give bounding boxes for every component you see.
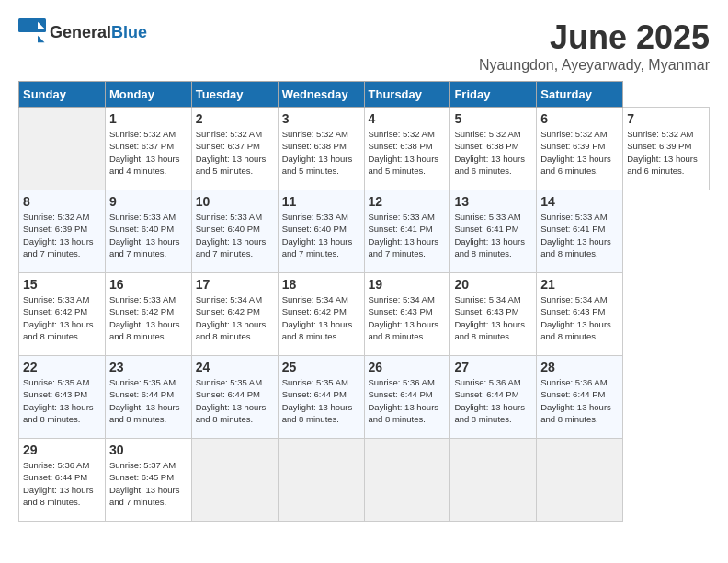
day-number: 3 xyxy=(282,111,360,126)
calendar-cell: 22Sunrise: 5:35 AMSunset: 6:43 PMDayligh… xyxy=(19,356,106,439)
logo-text: GeneralBlue xyxy=(50,23,147,42)
header-row: SundayMondayTuesdayWednesdayThursdayFrid… xyxy=(19,82,710,108)
week-row-5: 29Sunrise: 5:36 AMSunset: 6:44 PMDayligh… xyxy=(19,439,710,522)
day-info: Sunrise: 5:34 AMSunset: 6:42 PMDaylight:… xyxy=(282,293,360,342)
day-info: Sunrise: 5:32 AMSunset: 6:39 PMDaylight:… xyxy=(23,211,101,259)
day-info: Sunrise: 5:33 AMSunset: 6:40 PMDaylight:… xyxy=(196,211,274,259)
day-number: 6 xyxy=(540,111,619,126)
page-header: GeneralBlue June 2025 Nyaungdon, Ayeyarw… xyxy=(18,18,710,74)
calendar-cell: 7Sunrise: 5:32 AMSunset: 6:39 PMDaylight… xyxy=(623,108,710,190)
day-number: 27 xyxy=(454,360,532,374)
calendar-cell xyxy=(19,108,106,190)
day-info: Sunrise: 5:34 AMSunset: 6:43 PMDaylight:… xyxy=(540,293,619,342)
day-info: Sunrise: 5:32 AMSunset: 6:37 PMDaylight:… xyxy=(109,128,188,177)
calendar-cell xyxy=(278,439,364,522)
day-number: 18 xyxy=(282,277,360,292)
calendar-cell: 12Sunrise: 5:33 AMSunset: 6:41 PMDayligh… xyxy=(364,190,450,273)
calendar-cell: 17Sunrise: 5:34 AMSunset: 6:42 PMDayligh… xyxy=(191,273,278,356)
header-sunday: Sunday xyxy=(19,82,106,108)
day-number: 5 xyxy=(454,111,532,126)
day-number: 10 xyxy=(196,194,274,209)
calendar-table: SundayMondayTuesdayWednesdayThursdayFrid… xyxy=(18,81,710,522)
logo-general: General xyxy=(50,23,111,41)
calendar-cell: 14Sunrise: 5:33 AMSunset: 6:41 PMDayligh… xyxy=(537,190,623,273)
day-info: Sunrise: 5:32 AMSunset: 6:38 PMDaylight:… xyxy=(369,128,447,177)
svg-rect-1 xyxy=(18,32,46,46)
day-number: 20 xyxy=(454,277,532,292)
calendar-cell: 2Sunrise: 5:32 AMSunset: 6:37 PMDaylight… xyxy=(191,108,278,190)
day-number: 14 xyxy=(540,194,619,209)
calendar-cell: 8Sunrise: 5:32 AMSunset: 6:39 PMDaylight… xyxy=(19,190,106,273)
calendar-cell: 18Sunrise: 5:34 AMSunset: 6:42 PMDayligh… xyxy=(278,273,364,356)
calendar-cell: 26Sunrise: 5:36 AMSunset: 6:44 PMDayligh… xyxy=(364,356,450,439)
day-info: Sunrise: 5:34 AMSunset: 6:43 PMDaylight:… xyxy=(454,293,532,342)
day-info: Sunrise: 5:35 AMSunset: 6:43 PMDaylight:… xyxy=(23,376,101,425)
day-info: Sunrise: 5:34 AMSunset: 6:43 PMDaylight:… xyxy=(369,293,447,342)
day-number: 19 xyxy=(369,277,447,292)
calendar-cell: 4Sunrise: 5:32 AMSunset: 6:38 PMDaylight… xyxy=(364,108,450,190)
header-saturday: Saturday xyxy=(537,82,623,108)
month-title: June 2025 xyxy=(479,18,710,57)
week-row-1: 1Sunrise: 5:32 AMSunset: 6:37 PMDaylight… xyxy=(19,108,710,190)
calendar-cell: 10Sunrise: 5:33 AMSunset: 6:40 PMDayligh… xyxy=(191,190,278,273)
calendar-cell: 25Sunrise: 5:35 AMSunset: 6:44 PMDayligh… xyxy=(278,356,364,439)
week-row-3: 15Sunrise: 5:33 AMSunset: 6:42 PMDayligh… xyxy=(19,273,710,356)
logo-icon xyxy=(18,18,46,46)
day-info: Sunrise: 5:37 AMSunset: 6:45 PMDaylight:… xyxy=(109,459,188,508)
day-number: 30 xyxy=(109,442,188,457)
day-info: Sunrise: 5:34 AMSunset: 6:42 PMDaylight:… xyxy=(196,293,274,342)
logo: GeneralBlue xyxy=(18,18,147,46)
calendar-cell: 21Sunrise: 5:34 AMSunset: 6:43 PMDayligh… xyxy=(537,273,623,356)
day-info: Sunrise: 5:32 AMSunset: 6:38 PMDaylight:… xyxy=(282,128,360,177)
day-number: 13 xyxy=(454,194,532,209)
calendar-cell: 3Sunrise: 5:32 AMSunset: 6:38 PMDaylight… xyxy=(278,108,364,190)
day-info: Sunrise: 5:33 AMSunset: 6:40 PMDaylight:… xyxy=(282,211,360,259)
day-number: 9 xyxy=(109,194,188,209)
title-area: June 2025 Nyaungdon, Ayeyarwady, Myanmar xyxy=(479,18,710,74)
day-number: 7 xyxy=(627,111,705,126)
day-info: Sunrise: 5:33 AMSunset: 6:41 PMDaylight:… xyxy=(454,211,532,259)
day-number: 11 xyxy=(282,194,360,209)
calendar-cell: 13Sunrise: 5:33 AMSunset: 6:41 PMDayligh… xyxy=(450,190,537,273)
calendar-cell: 29Sunrise: 5:36 AMSunset: 6:44 PMDayligh… xyxy=(19,439,106,522)
calendar-cell: 19Sunrise: 5:34 AMSunset: 6:43 PMDayligh… xyxy=(364,273,450,356)
calendar-cell: 6Sunrise: 5:32 AMSunset: 6:39 PMDaylight… xyxy=(537,108,623,190)
day-info: Sunrise: 5:36 AMSunset: 6:44 PMDaylight:… xyxy=(454,376,532,425)
day-number: 4 xyxy=(369,111,447,126)
calendar-cell: 20Sunrise: 5:34 AMSunset: 6:43 PMDayligh… xyxy=(450,273,537,356)
day-number: 21 xyxy=(540,277,619,292)
day-number: 23 xyxy=(109,360,188,374)
day-info: Sunrise: 5:35 AMSunset: 6:44 PMDaylight:… xyxy=(282,376,360,425)
day-number: 15 xyxy=(23,277,101,292)
calendar-cell: 1Sunrise: 5:32 AMSunset: 6:37 PMDaylight… xyxy=(105,108,191,190)
day-info: Sunrise: 5:32 AMSunset: 6:37 PMDaylight:… xyxy=(196,128,274,177)
location-title: Nyaungdon, Ayeyarwady, Myanmar xyxy=(479,57,710,74)
day-info: Sunrise: 5:36 AMSunset: 6:44 PMDaylight:… xyxy=(23,459,101,508)
day-info: Sunrise: 5:35 AMSunset: 6:44 PMDaylight:… xyxy=(196,376,274,425)
day-number: 22 xyxy=(23,360,101,374)
calendar-cell: 5Sunrise: 5:32 AMSunset: 6:38 PMDaylight… xyxy=(450,108,537,190)
calendar-cell: 27Sunrise: 5:36 AMSunset: 6:44 PMDayligh… xyxy=(450,356,537,439)
day-info: Sunrise: 5:32 AMSunset: 6:39 PMDaylight:… xyxy=(540,128,619,177)
calendar-cell xyxy=(364,439,450,522)
header-friday: Friday xyxy=(450,82,537,108)
day-number: 12 xyxy=(369,194,447,209)
day-number: 8 xyxy=(23,194,101,209)
day-number: 16 xyxy=(109,277,188,292)
day-info: Sunrise: 5:32 AMSunset: 6:38 PMDaylight:… xyxy=(454,128,532,177)
header-wednesday: Wednesday xyxy=(278,82,364,108)
day-info: Sunrise: 5:33 AMSunset: 6:42 PMDaylight:… xyxy=(23,293,101,342)
day-info: Sunrise: 5:36 AMSunset: 6:44 PMDaylight:… xyxy=(369,376,447,425)
day-info: Sunrise: 5:33 AMSunset: 6:41 PMDaylight:… xyxy=(540,211,619,259)
calendar-cell: 11Sunrise: 5:33 AMSunset: 6:40 PMDayligh… xyxy=(278,190,364,273)
day-number: 25 xyxy=(282,360,360,374)
week-row-2: 8Sunrise: 5:32 AMSunset: 6:39 PMDaylight… xyxy=(19,190,710,273)
svg-rect-0 xyxy=(18,18,46,32)
calendar-cell: 15Sunrise: 5:33 AMSunset: 6:42 PMDayligh… xyxy=(19,273,106,356)
header-tuesday: Tuesday xyxy=(191,82,278,108)
calendar-cell: 30Sunrise: 5:37 AMSunset: 6:45 PMDayligh… xyxy=(105,439,191,522)
day-info: Sunrise: 5:36 AMSunset: 6:44 PMDaylight:… xyxy=(540,376,619,425)
day-info: Sunrise: 5:35 AMSunset: 6:44 PMDaylight:… xyxy=(109,376,188,425)
day-number: 2 xyxy=(196,111,274,126)
calendar-cell xyxy=(537,439,623,522)
